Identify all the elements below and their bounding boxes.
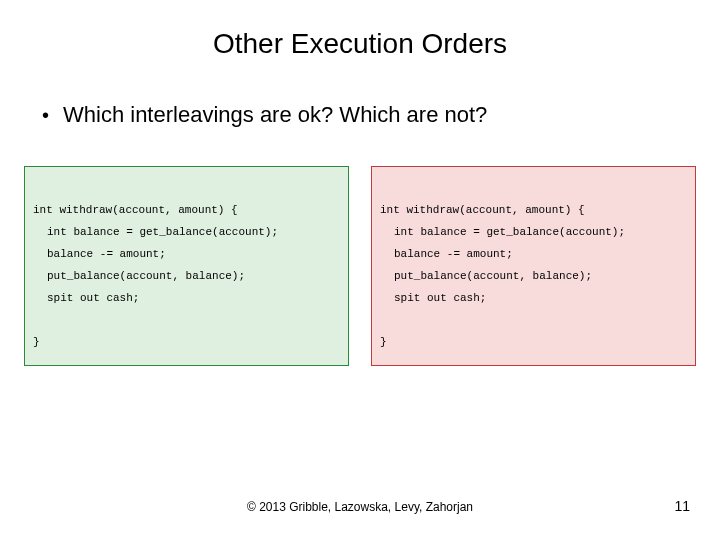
- bullet-text: Which interleavings are ok? Which are no…: [63, 102, 487, 128]
- slide: Other Execution Orders • Which interleav…: [0, 0, 720, 540]
- code-body: int balance = get_balance(account); bala…: [380, 221, 687, 309]
- code-line: int balance = get_balance(account);: [47, 226, 278, 238]
- code-columns: int withdraw(account, amount) { int bala…: [24, 166, 696, 366]
- code-line: put_balance(account, balance);: [47, 270, 245, 282]
- code-line: balance -= amount;: [394, 248, 513, 260]
- code-line: int balance = get_balance(account);: [394, 226, 625, 238]
- code-line: put_balance(account, balance);: [394, 270, 592, 282]
- code-line: spit out cash;: [47, 292, 139, 304]
- bullet-item: • Which interleavings are ok? Which are …: [42, 102, 720, 128]
- code-sig: int withdraw(account, amount) {: [33, 204, 238, 216]
- code-sig: int withdraw(account, amount) {: [380, 204, 585, 216]
- code-line: balance -= amount;: [47, 248, 166, 260]
- bullet-dot-icon: •: [42, 105, 49, 125]
- code-close: }: [33, 336, 40, 348]
- code-close: }: [380, 336, 387, 348]
- slide-title: Other Execution Orders: [0, 0, 720, 60]
- footer-copyright: © 2013 Gribble, Lazowska, Levy, Zahorjan: [0, 500, 720, 514]
- code-box-left: int withdraw(account, amount) { int bala…: [24, 166, 349, 366]
- code-box-right: int withdraw(account, amount) { int bala…: [371, 166, 696, 366]
- code-body: int balance = get_balance(account); bala…: [33, 221, 340, 309]
- code-line: spit out cash;: [394, 292, 486, 304]
- page-number: 11: [674, 498, 690, 514]
